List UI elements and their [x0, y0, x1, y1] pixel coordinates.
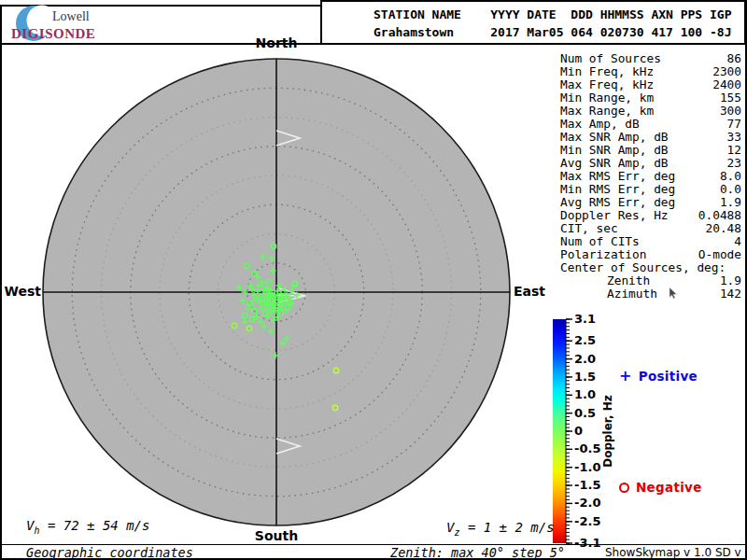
param-row: Num of CITs4 [560, 235, 741, 248]
parameter-list: Num of Sources86Min Freq, kHz2300Max Fre… [560, 52, 741, 301]
param-value: 2300 [712, 65, 741, 78]
colorbar-tick-label: 0 [574, 424, 583, 438]
colorbar-tick-label: -2.5 [574, 514, 600, 528]
param-label: CIT, sec [560, 222, 618, 235]
legend-positive-label: Positive [639, 369, 698, 384]
param-row: Max SNR Amp, dB33 [560, 131, 741, 144]
vz-value: = 1 ± 2 m/s [459, 520, 554, 535]
param-label: Min SNR Amp, dB [560, 144, 669, 157]
param-label: Zenith [607, 274, 650, 287]
legend-positive: + Positive [619, 367, 698, 385]
compass-north-label: North [256, 35, 298, 50]
param-row: Avg RMS Err, deg1.9 [560, 196, 741, 209]
colorbar-tick-label: 2.5 [574, 333, 596, 347]
param-label: Min RMS Err, deg [560, 183, 675, 196]
param-row: Azimuth142 [560, 287, 741, 301]
zenith-scale-label: Zenith: max 40° step 5° [390, 545, 565, 560]
param-label: Avg RMS Err, deg [560, 196, 675, 209]
vertical-velocity-text: Vz = 1 ± 2 m/s [446, 520, 555, 538]
param-value: 20.48 [705, 222, 741, 235]
param-value: 142 [720, 287, 741, 301]
param-label: Azimuth [607, 287, 657, 301]
vh-value: = 72 ± 54 m/s [39, 518, 149, 533]
version-label: ShowSkymap v 1.0 SD v 5.1 [605, 546, 747, 560]
param-label: Num of Sources [560, 52, 661, 65]
param-row: Min Range, km155 [560, 91, 741, 105]
colorbar-tick-label: -1.0 [574, 460, 600, 474]
param-label: Max Amp, dB [560, 118, 640, 131]
station-header-columns: STATION NAME YYYY DATE DDD HHMMSS AXN PP… [374, 7, 732, 21]
mouse-cursor [669, 287, 678, 300]
compass-east-label: East [514, 284, 545, 299]
param-row: Min Freq, kHz2300 [560, 65, 741, 78]
plus-marker-icon: + [619, 367, 632, 385]
param-value: 155 [720, 91, 741, 105]
param-label: Center of Sources, deg: [560, 261, 726, 274]
colorbar-tick-label: 0.5 [574, 406, 596, 420]
param-row: Min SNR Amp, dB12 [560, 144, 741, 157]
colorbar-tick-label: 3.1 [574, 312, 596, 326]
param-row: Max Range, km300 [560, 105, 741, 118]
param-label: Polarization [560, 248, 646, 261]
param-value: 12 [727, 144, 741, 157]
colorbar-tick-label: 2.0 [574, 352, 596, 366]
param-row: Num of Sources86 [560, 52, 741, 65]
param-row: PolarizationO-mode [560, 248, 741, 261]
param-value: 0.0 [720, 183, 741, 196]
colorbar-tick-label: 1.0 [574, 387, 596, 401]
circle-marker-icon [619, 483, 629, 493]
param-value: 33 [727, 131, 741, 144]
param-row: Min RMS Err, deg0.0 [560, 183, 741, 196]
legend-negative-label: Negative [636, 480, 702, 495]
param-label: Max Range, km [560, 105, 654, 118]
param-value: 86 [727, 52, 741, 65]
param-label: Num of CITs [560, 235, 640, 248]
param-row: Max Amp, dB77 [560, 118, 741, 131]
param-row: CIT, sec20.48 [560, 222, 741, 235]
colorbar-tick-label: -0.5 [574, 441, 600, 455]
param-row: Max Freq, kHz2400 [560, 78, 741, 91]
colorbar-title: Doppler, Hz [601, 395, 614, 468]
colorbar-tick-label: -1.5 [574, 478, 600, 492]
doppler-colorbar [553, 319, 566, 543]
legend-negative: Negative [619, 480, 702, 495]
param-label: Max RMS Err, deg [560, 170, 675, 183]
param-label: Doppler Res, Hz [560, 209, 669, 222]
param-label: Max SNR Amp, dB [560, 131, 669, 144]
param-label: Max Freq, kHz [560, 78, 654, 91]
horizontal-velocity-text: Vh = 72 ± 54 m/s [26, 518, 149, 536]
param-value: 23 [727, 157, 741, 170]
param-row: Max RMS Err, deg8.0 [560, 170, 741, 183]
lowell-digisonde-logo: Lowell DIGISONDE [7, 4, 148, 45]
colorbar-tick-label: -2.0 [574, 496, 600, 510]
param-label: Min Freq, kHz [560, 65, 654, 78]
param-value: 77 [727, 118, 741, 131]
param-row: Doppler Res, Hz0.0488 [560, 209, 741, 222]
frame-left [0, 5, 2, 560]
coordinates-label: Geographic coordinates [26, 545, 193, 560]
param-value: 1.9 [720, 274, 741, 287]
station-header-text: STATION NAME YYYY DATE DDD HHMMSS AXN PP… [322, 2, 744, 41]
param-label: Min Range, km [560, 91, 654, 105]
param-value: 4 [734, 235, 741, 248]
param-row: Avg SNR Amp, dB23 [560, 157, 741, 170]
compass-south-label: South [255, 528, 298, 543]
colorbar-tick-label: 1.5 [574, 370, 596, 384]
showskymap-window: Lowell DIGISONDE STATION NAME YYYY DATE … [0, 0, 747, 560]
param-row: Center of Sources, deg: [560, 261, 741, 274]
param-value: O-mode [698, 248, 741, 261]
logo-lowell-text: Lowell [52, 9, 90, 24]
colorbar-tick-label: -3.1 [574, 536, 600, 550]
compass-west-label: West [0, 284, 41, 299]
station-header-box: STATION NAME YYYY DATE DDD HHMMSS AXN PP… [320, 0, 746, 45]
param-row: Zenith1.9 [560, 274, 741, 287]
param-value: 300 [720, 105, 741, 118]
param-label: Avg SNR Amp, dB [560, 157, 669, 170]
param-value: 0.0488 [698, 209, 741, 222]
param-value: 1.9 [720, 196, 741, 209]
logo-digisonde-text: DIGISONDE [11, 26, 95, 42]
param-value: 8.0 [720, 170, 741, 183]
param-value: 2400 [712, 78, 741, 91]
station-header-values: Grahamstown 2017 Mar05 064 020730 417 10… [374, 25, 732, 39]
